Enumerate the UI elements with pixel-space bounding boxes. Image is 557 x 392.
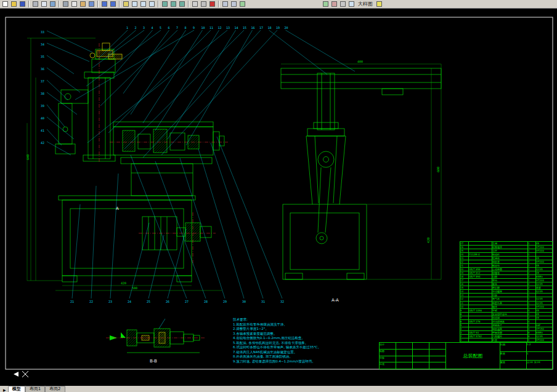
layer-previous-icon[interactable] — [200, 1, 208, 8]
named-views-icon[interactable] — [348, 1, 356, 8]
balloon-number: 36 — [41, 67, 44, 71]
color-control-icon[interactable] — [208, 1, 216, 8]
balloon-number: 25 — [147, 300, 150, 303]
print-icon[interactable] — [31, 1, 39, 8]
balloon-number: 26 — [166, 300, 169, 303]
zoom-previous-icon[interactable] — [148, 1, 156, 8]
balloon-number: 23 — [108, 300, 112, 303]
balloon-number: 1 — [126, 26, 128, 30]
dim-text: 420 — [121, 281, 126, 285]
dim-text: 640 — [26, 154, 30, 160]
dim-text: 400 — [357, 60, 363, 63]
balloon-number: 12 — [218, 26, 222, 30]
sig-cell: 审核 — [380, 356, 396, 362]
balloon-number: 10 — [201, 26, 205, 30]
sig-cell — [412, 362, 429, 369]
section-arrow — [121, 332, 126, 338]
tab-layout1[interactable]: 布局1 — [25, 386, 45, 392]
title-block[interactable]: 设计制图审核批准 总装配图 比例 1:2 数量 1 重量 共1张 第1张 — [379, 342, 553, 369]
front-view[interactable] — [55, 49, 224, 282]
tool-palettes-icon[interactable] — [178, 1, 186, 8]
technical-notes[interactable]: 技术要求: 1.装配前所有零件用煤油清洗干净。2.调整垫片厚度1~2°。3.各轴… — [233, 318, 321, 364]
drawing-title: 总装配图 — [446, 343, 500, 369]
balloon-number: 37 — [41, 79, 44, 83]
bom-cell: 1 — [527, 338, 535, 342]
note-line: 8.外表面涂灰色油漆, 加工面涂防锈油。 — [233, 354, 321, 359]
balloon-number: 21 — [70, 300, 74, 303]
centerlines — [99, 43, 228, 266]
sig-cell — [412, 350, 429, 356]
tab-bar: ▶ 模型 布局1 布局2 — [0, 386, 557, 392]
sig-row: 审核 — [380, 356, 445, 362]
undo-icon[interactable] — [100, 1, 108, 8]
dim-text: 500 — [132, 286, 137, 290]
weight-label: 重量 — [500, 360, 526, 369]
balloon-number: 34 — [41, 42, 44, 46]
bom-cell — [468, 338, 492, 342]
sig-row: 设计 — [380, 343, 445, 349]
zoom-realtime-icon[interactable] — [131, 1, 139, 8]
sig-cell — [396, 362, 412, 369]
bom-row: 1机座1HT200 — [460, 338, 552, 342]
help-icon[interactable] — [375, 1, 383, 8]
toolbar-separator — [188, 1, 189, 7]
balloon-number: 11 — [209, 26, 213, 30]
dim-text: 420 — [426, 238, 430, 243]
zoom-window-icon[interactable] — [139, 1, 147, 8]
hatch-icon[interactable] — [238, 1, 246, 8]
balloon-number: 4 — [152, 26, 153, 30]
sig-cell — [396, 343, 412, 349]
balloon-number: 3 — [143, 26, 145, 30]
publish-icon[interactable] — [49, 1, 57, 8]
toolbar-text: 大样图 — [356, 1, 375, 7]
sig-cell — [396, 350, 412, 356]
tab-nav-arrow[interactable]: ▶ — [1, 388, 8, 392]
layer-manager-icon[interactable] — [191, 1, 199, 8]
dimension-style-icon[interactable] — [322, 1, 330, 8]
qty-value: 1 — [526, 351, 552, 360]
balloon-number: 16 — [251, 26, 255, 30]
properties-icon[interactable] — [161, 1, 169, 8]
notes-lines: 1.装配前所有零件用煤油清洗干净。2.调整垫片厚度1~2°。3.各轴承预紧量按规… — [233, 322, 321, 364]
redo-icon[interactable] — [109, 1, 117, 8]
cut-icon[interactable] — [62, 1, 70, 8]
balloon-number: 19 — [276, 26, 280, 30]
balloon-number: 2 — [135, 26, 137, 30]
sheet-label: 共1张 第1张 — [526, 360, 552, 369]
copy-icon[interactable] — [70, 1, 78, 8]
toolbar-separator — [28, 1, 30, 7]
scale-label: 比例 — [500, 343, 526, 351]
print-preview-icon[interactable] — [40, 1, 48, 8]
new-file-icon[interactable] — [1, 1, 9, 8]
match-properties-icon[interactable] — [87, 1, 96, 8]
toolbar-separator — [97, 1, 99, 7]
sig-cell — [412, 356, 429, 362]
sig-cell — [429, 356, 445, 362]
paste-icon[interactable] — [79, 1, 87, 8]
balloon-number: 27 — [185, 300, 189, 303]
dim-text: 680 — [436, 167, 440, 172]
crosshair-cursor — [22, 371, 28, 377]
balloon-number: 22 — [89, 300, 93, 303]
section-view[interactable]: B-B — [106, 319, 206, 364]
tab-layout2[interactable]: 布局2 — [45, 386, 65, 392]
sig-cell: 设计 — [380, 343, 396, 349]
table-style-icon[interactable] — [339, 1, 347, 8]
make-block-icon[interactable] — [221, 1, 229, 8]
bom-table[interactable]: 27主轴14526横臂箱体1HT20025立柱1HT20024Y112M-4电动… — [460, 241, 553, 342]
drawing-canvas[interactable]: 640 420 500 A — [0, 9, 557, 386]
design-center-icon[interactable] — [169, 1, 177, 8]
balloon-number: 31 — [261, 300, 265, 303]
open-file-icon[interactable] — [10, 1, 18, 8]
save-file-icon[interactable] — [18, 1, 26, 8]
balloon-number: 32 — [280, 300, 284, 303]
note-line: 1.装配前所有零件用煤油清洗干净。 — [233, 322, 321, 327]
balloon-number: 33 — [41, 30, 44, 34]
side-view[interactable] — [281, 68, 441, 279]
pan-realtime-icon[interactable] — [122, 1, 130, 8]
text-style-icon[interactable] — [330, 1, 338, 8]
sig-cell: 制图 — [380, 350, 396, 356]
insert-block-icon[interactable] — [230, 1, 238, 8]
sig-cell — [396, 356, 412, 362]
tab-model[interactable]: 模型 — [8, 386, 25, 392]
